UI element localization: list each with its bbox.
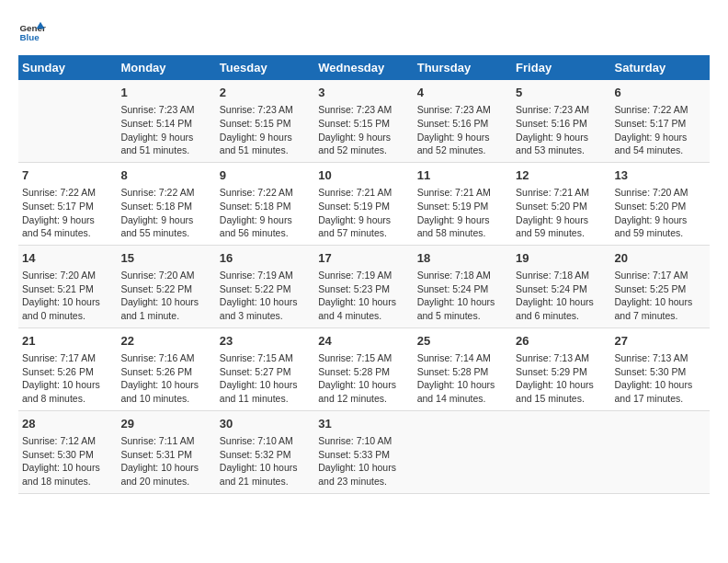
col-header-monday: Monday bbox=[117, 55, 215, 80]
day-info: Sunrise: 7:18 AM Sunset: 5:24 PM Dayligh… bbox=[516, 269, 607, 323]
day-number: 8 bbox=[120, 167, 211, 184]
day-number: 10 bbox=[318, 167, 409, 184]
week-row-1: 1Sunrise: 7:23 AM Sunset: 5:14 PM Daylig… bbox=[18, 80, 710, 162]
calendar-cell: 14Sunrise: 7:20 AM Sunset: 5:21 PM Dayli… bbox=[18, 245, 117, 327]
day-number: 26 bbox=[516, 333, 607, 350]
day-number: 25 bbox=[417, 333, 508, 350]
week-row-2: 7Sunrise: 7:22 AM Sunset: 5:17 PM Daylig… bbox=[18, 162, 710, 245]
day-info: Sunrise: 7:10 AM Sunset: 5:33 PM Dayligh… bbox=[318, 434, 409, 488]
day-number: 16 bbox=[220, 250, 311, 267]
day-info: Sunrise: 7:22 AM Sunset: 5:17 PM Dayligh… bbox=[22, 186, 113, 240]
calendar-cell: 2Sunrise: 7:23 AM Sunset: 5:15 PM Daylig… bbox=[216, 80, 314, 162]
day-number: 3 bbox=[318, 85, 409, 101]
calendar-cell: 5Sunrise: 7:23 AM Sunset: 5:16 PM Daylig… bbox=[512, 80, 610, 162]
calendar-cell bbox=[414, 410, 512, 493]
day-info: Sunrise: 7:21 AM Sunset: 5:19 PM Dayligh… bbox=[417, 186, 508, 240]
calendar-cell: 11Sunrise: 7:21 AM Sunset: 5:19 PM Dayli… bbox=[414, 162, 512, 245]
calendar-cell: 13Sunrise: 7:20 AM Sunset: 5:20 PM Dayli… bbox=[611, 162, 710, 245]
calendar-cell: 23Sunrise: 7:15 AM Sunset: 5:27 PM Dayli… bbox=[216, 327, 314, 410]
week-row-4: 21Sunrise: 7:17 AM Sunset: 5:26 PM Dayli… bbox=[18, 327, 710, 410]
calendar-cell bbox=[18, 80, 117, 162]
calendar-cell: 16Sunrise: 7:19 AM Sunset: 5:22 PM Dayli… bbox=[216, 245, 314, 327]
day-info: Sunrise: 7:22 AM Sunset: 5:18 PM Dayligh… bbox=[220, 186, 311, 240]
calendar-table: SundayMondayTuesdayWednesdayThursdayFrid… bbox=[18, 55, 710, 494]
day-info: Sunrise: 7:17 AM Sunset: 5:25 PM Dayligh… bbox=[615, 269, 706, 323]
day-info: Sunrise: 7:23 AM Sunset: 5:15 PM Dayligh… bbox=[220, 103, 311, 157]
calendar-cell: 18Sunrise: 7:18 AM Sunset: 5:24 PM Dayli… bbox=[414, 245, 512, 327]
col-header-saturday: Saturday bbox=[611, 55, 710, 80]
col-header-tuesday: Tuesday bbox=[216, 55, 314, 80]
calendar-cell: 25Sunrise: 7:14 AM Sunset: 5:28 PM Dayli… bbox=[414, 327, 512, 410]
day-info: Sunrise: 7:23 AM Sunset: 5:16 PM Dayligh… bbox=[516, 103, 607, 157]
col-header-friday: Friday bbox=[512, 55, 610, 80]
day-number: 7 bbox=[22, 167, 113, 184]
day-info: Sunrise: 7:23 AM Sunset: 5:16 PM Dayligh… bbox=[417, 103, 508, 157]
col-header-sunday: Sunday bbox=[18, 55, 117, 80]
calendar-cell: 28Sunrise: 7:12 AM Sunset: 5:30 PM Dayli… bbox=[18, 410, 117, 493]
calendar-cell: 8Sunrise: 7:22 AM Sunset: 5:18 PM Daylig… bbox=[117, 162, 215, 245]
calendar-cell: 29Sunrise: 7:11 AM Sunset: 5:31 PM Dayli… bbox=[117, 410, 215, 493]
calendar-cell: 20Sunrise: 7:17 AM Sunset: 5:25 PM Dayli… bbox=[611, 245, 710, 327]
day-info: Sunrise: 7:23 AM Sunset: 5:14 PM Dayligh… bbox=[120, 103, 211, 157]
week-row-3: 14Sunrise: 7:20 AM Sunset: 5:21 PM Dayli… bbox=[18, 245, 710, 327]
calendar-cell: 31Sunrise: 7:10 AM Sunset: 5:33 PM Dayli… bbox=[314, 410, 413, 493]
day-info: Sunrise: 7:22 AM Sunset: 5:17 PM Dayligh… bbox=[615, 103, 706, 157]
svg-text:Blue: Blue bbox=[20, 32, 40, 42]
page-header: General Blue bbox=[18, 18, 710, 46]
calendar-cell: 22Sunrise: 7:16 AM Sunset: 5:26 PM Dayli… bbox=[117, 327, 215, 410]
calendar-cell: 15Sunrise: 7:20 AM Sunset: 5:22 PM Dayli… bbox=[117, 245, 215, 327]
day-number: 14 bbox=[22, 250, 113, 267]
day-number: 23 bbox=[220, 333, 311, 350]
day-info: Sunrise: 7:13 AM Sunset: 5:30 PM Dayligh… bbox=[615, 351, 706, 406]
day-number: 17 bbox=[318, 250, 409, 267]
calendar-cell: 10Sunrise: 7:21 AM Sunset: 5:19 PM Dayli… bbox=[314, 162, 413, 245]
day-number: 15 bbox=[120, 250, 211, 267]
day-number: 22 bbox=[120, 333, 211, 350]
logo-icon: General Blue bbox=[18, 18, 46, 46]
day-info: Sunrise: 7:16 AM Sunset: 5:26 PM Dayligh… bbox=[120, 351, 211, 406]
day-info: Sunrise: 7:13 AM Sunset: 5:29 PM Dayligh… bbox=[516, 351, 607, 406]
day-number: 18 bbox=[417, 250, 508, 267]
calendar-cell bbox=[512, 410, 610, 493]
day-info: Sunrise: 7:21 AM Sunset: 5:20 PM Dayligh… bbox=[516, 186, 607, 240]
calendar-cell: 17Sunrise: 7:19 AM Sunset: 5:23 PM Dayli… bbox=[314, 245, 413, 327]
day-info: Sunrise: 7:19 AM Sunset: 5:22 PM Dayligh… bbox=[220, 269, 311, 323]
day-number: 12 bbox=[516, 167, 607, 184]
day-number: 13 bbox=[615, 167, 706, 184]
day-info: Sunrise: 7:12 AM Sunset: 5:30 PM Dayligh… bbox=[22, 434, 113, 488]
day-info: Sunrise: 7:23 AM Sunset: 5:15 PM Dayligh… bbox=[318, 103, 409, 157]
day-info: Sunrise: 7:20 AM Sunset: 5:20 PM Dayligh… bbox=[615, 186, 706, 240]
day-number: 30 bbox=[220, 416, 311, 432]
col-header-wednesday: Wednesday bbox=[314, 55, 413, 80]
calendar-cell: 1Sunrise: 7:23 AM Sunset: 5:14 PM Daylig… bbox=[117, 80, 215, 162]
day-number: 5 bbox=[516, 85, 607, 101]
calendar-cell: 19Sunrise: 7:18 AM Sunset: 5:24 PM Dayli… bbox=[512, 245, 610, 327]
day-number: 29 bbox=[120, 416, 211, 432]
calendar-cell: 21Sunrise: 7:17 AM Sunset: 5:26 PM Dayli… bbox=[18, 327, 117, 410]
day-info: Sunrise: 7:17 AM Sunset: 5:26 PM Dayligh… bbox=[22, 351, 113, 406]
day-number: 19 bbox=[516, 250, 607, 267]
calendar-cell: 30Sunrise: 7:10 AM Sunset: 5:32 PM Dayli… bbox=[216, 410, 314, 493]
day-info: Sunrise: 7:10 AM Sunset: 5:32 PM Dayligh… bbox=[220, 434, 311, 488]
week-row-5: 28Sunrise: 7:12 AM Sunset: 5:30 PM Dayli… bbox=[18, 410, 710, 493]
day-info: Sunrise: 7:15 AM Sunset: 5:28 PM Dayligh… bbox=[318, 351, 409, 406]
calendar-cell: 27Sunrise: 7:13 AM Sunset: 5:30 PM Dayli… bbox=[611, 327, 710, 410]
calendar-cell: 3Sunrise: 7:23 AM Sunset: 5:15 PM Daylig… bbox=[314, 80, 413, 162]
calendar-cell: 24Sunrise: 7:15 AM Sunset: 5:28 PM Dayli… bbox=[314, 327, 413, 410]
header-row: SundayMondayTuesdayWednesdayThursdayFrid… bbox=[18, 55, 710, 80]
day-info: Sunrise: 7:11 AM Sunset: 5:31 PM Dayligh… bbox=[120, 434, 211, 488]
calendar-cell: 26Sunrise: 7:13 AM Sunset: 5:29 PM Dayli… bbox=[512, 327, 610, 410]
day-number: 28 bbox=[22, 416, 113, 432]
day-info: Sunrise: 7:22 AM Sunset: 5:18 PM Dayligh… bbox=[120, 186, 211, 240]
calendar-cell: 7Sunrise: 7:22 AM Sunset: 5:17 PM Daylig… bbox=[18, 162, 117, 245]
day-info: Sunrise: 7:20 AM Sunset: 5:22 PM Dayligh… bbox=[120, 269, 211, 323]
day-number: 20 bbox=[615, 250, 706, 267]
day-number: 11 bbox=[417, 167, 508, 184]
calendar-cell: 4Sunrise: 7:23 AM Sunset: 5:16 PM Daylig… bbox=[414, 80, 512, 162]
day-number: 6 bbox=[615, 85, 706, 101]
logo: General Blue bbox=[18, 18, 46, 46]
day-number: 1 bbox=[120, 85, 211, 101]
day-info: Sunrise: 7:21 AM Sunset: 5:19 PM Dayligh… bbox=[318, 186, 409, 240]
calendar-cell bbox=[611, 410, 710, 493]
day-number: 21 bbox=[22, 333, 113, 350]
